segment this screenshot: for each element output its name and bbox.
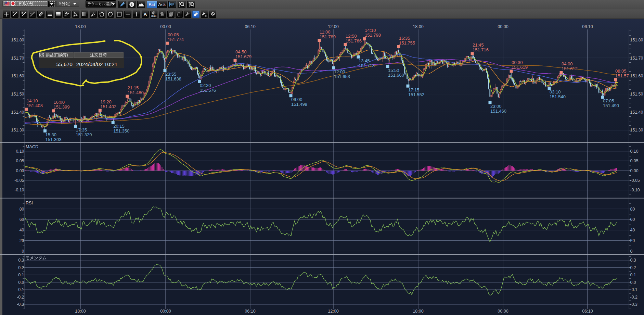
svg-text:-0.3: -0.3 [17,302,24,307]
svg-text:12:50: 12:50 [346,34,357,39]
svg-text:18:00: 18:00 [75,24,86,29]
svg-text:-0.2: -0.2 [630,295,637,300]
svg-text:-0.3: -0.3 [630,302,637,307]
svg-text:17:15: 17:15 [408,87,420,92]
svg-text:17:35: 17:35 [76,127,87,133]
svg-text:151.70: 151.70 [11,56,24,61]
svg-text:60: 60 [630,217,635,222]
svg-text:04:00: 04:00 [562,61,573,66]
svg-text:06:10: 06:10 [582,24,593,29]
svg-text:00:00: 00:00 [498,309,508,314]
svg-text:08:05: 08:05 [615,68,627,74]
svg-text:0.3: 0.3 [630,258,636,263]
svg-text:151.480: 151.480 [128,90,144,95]
svg-text:06:10: 06:10 [245,24,256,29]
svg-text:23:00: 23:00 [490,104,502,109]
svg-text:15:50: 15:50 [388,68,399,73]
svg-text:00:05: 00:05 [168,32,179,37]
svg-text:151.80: 151.80 [11,38,24,42]
svg-text:18:00: 18:00 [75,309,86,314]
svg-text:151.576: 151.576 [200,88,216,93]
svg-text:0.0: 0.0 [18,280,24,285]
svg-text:20: 20 [20,238,24,243]
svg-text:151.612: 151.612 [562,66,578,71]
svg-text:-0.2: -0.2 [17,295,24,300]
svg-text:21:15: 21:15 [128,85,139,90]
svg-text:00:30: 00:30 [512,60,523,65]
svg-text:11:00: 11:00 [320,29,331,35]
svg-text:03:10: 03:10 [550,89,561,94]
svg-text:151.60: 151.60 [11,74,24,78]
svg-text:0.05: 0.05 [630,159,639,163]
svg-text:RSI: RSI [26,201,33,205]
svg-text:0.1: 0.1 [630,273,636,277]
svg-text:04:50: 04:50 [235,49,247,54]
svg-text:12:00: 12:00 [328,309,339,314]
svg-text:-0.1: -0.1 [630,287,637,292]
svg-text:-0.05: -0.05 [630,178,640,183]
svg-text:13:45: 13:45 [359,58,370,63]
svg-text:19:20: 19:20 [100,99,112,104]
svg-text:0.10: 0.10 [630,149,639,154]
svg-text:00:00: 00:00 [160,309,171,314]
svg-text:151.50: 151.50 [630,92,643,97]
svg-text:151.30: 151.30 [630,128,643,133]
svg-text:0.05: 0.05 [16,159,24,163]
svg-text:16:35: 16:35 [399,36,410,41]
svg-text:-0.05: -0.05 [14,178,24,183]
svg-text:00:00: 00:00 [498,24,508,29]
svg-text:A: A [143,12,147,17]
svg-text:151.498: 151.498 [291,102,307,107]
svg-text:151.408: 151.408 [27,103,43,108]
svg-text:151.766: 151.766 [346,38,362,43]
svg-text:151.679: 151.679 [235,54,252,59]
svg-text:55,670: 55,670 [56,61,73,67]
svg-text:151.490: 151.490 [603,103,619,108]
svg-text:18:00: 18:00 [413,24,424,29]
svg-text:14:10: 14:10 [27,98,38,103]
svg-text:151.402: 151.402 [100,104,116,109]
svg-text:0.1: 0.1 [18,273,24,277]
svg-text:16:00: 16:00 [54,100,65,105]
svg-text:80: 80 [20,207,24,212]
svg-text:07:05: 07:05 [603,98,614,103]
svg-text:0.10: 0.10 [16,149,24,154]
svg-text:151.70: 151.70 [630,56,643,61]
svg-text:151.774: 151.774 [168,37,184,42]
svg-text:151.50: 151.50 [11,92,24,97]
svg-text:60: 60 [20,217,24,222]
svg-text:00:00: 00:00 [160,24,171,29]
svg-text:40: 40 [20,228,24,232]
svg-text:151.350: 151.350 [113,128,129,134]
svg-text:151.552: 151.552 [408,92,424,97]
svg-text:151.638: 151.638 [165,76,181,81]
svg-text:0.0: 0.0 [630,280,636,285]
svg-text:151.789: 151.789 [320,34,336,39]
svg-text:151.716: 151.716 [473,47,489,52]
svg-text:ICON: ICON [151,15,156,17]
svg-text:09:00: 09:00 [291,97,302,102]
svg-text:0: 0 [22,249,24,254]
svg-text:151.619: 151.619 [512,65,528,70]
svg-text:2024/04/02 10:21: 2024/04/02 10:21 [76,61,118,67]
svg-text:21:45: 21:45 [473,42,484,48]
svg-text:18:00: 18:00 [413,309,424,314]
svg-text:23:55: 23:55 [165,72,177,77]
svg-text:151.329: 151.329 [76,132,92,137]
svg-text:0.2: 0.2 [630,265,636,270]
svg-text:-0.10: -0.10 [630,188,640,192]
svg-text:151.660: 151.660 [388,73,404,78]
svg-text:0: 0 [630,249,633,254]
svg-text:80: 80 [630,207,635,212]
svg-text:0.00: 0.00 [630,168,639,173]
svg-text:151.572: 151.572 [615,73,631,78]
svg-text:20:15: 20:15 [113,124,125,129]
svg-text:14:10: 14:10 [365,28,376,33]
svg-text:0.3: 0.3 [18,258,24,263]
svg-text:-0.10: -0.10 [14,188,24,192]
svg-text:151.713: 151.713 [359,63,375,68]
svg-text:151.399: 151.399 [54,104,70,110]
svg-text:0.00: 0.00 [16,168,24,173]
svg-text:151.303: 151.303 [46,137,62,142]
svg-text:151.460: 151.460 [490,109,506,114]
